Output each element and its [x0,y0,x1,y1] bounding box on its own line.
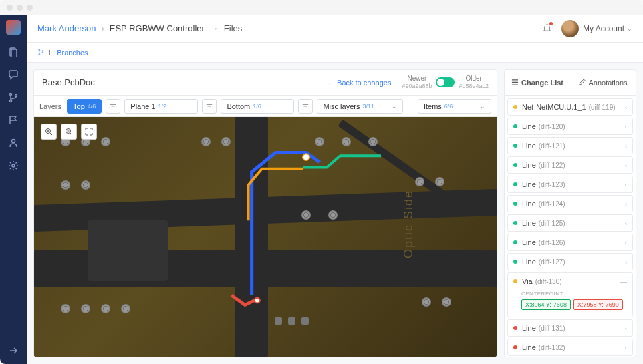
chevron-left-icon: ‹ [625,123,627,130]
chevron-left-icon: ‹ [625,200,627,208]
fullscreen-button[interactable] [81,124,97,140]
change-kind: Line [522,324,536,332]
newer-hash: #90a9a88b [402,83,432,90]
layer-plane[interactable]: Plane 11/2 [124,99,198,114]
status-dot [513,345,517,349]
svg-point-5 [12,140,15,143]
branch-count: 1 [47,49,51,57]
change-id: (diff-122) [539,162,565,169]
change-item[interactable]: Line (diff-126) ‹ [507,234,633,251]
tab-change-list[interactable]: Change List [505,70,570,95]
svg-point-7 [39,49,40,51]
change-kind: Line [522,200,536,208]
flag-icon[interactable] [8,115,19,126]
svg-point-9 [42,50,43,51]
change-id: (diff-131) [539,325,565,332]
close-dot[interactable] [7,5,13,11]
layer-items[interactable]: Items6/6⌄ [418,99,491,114]
notifications-button[interactable] [542,23,552,35]
change-item[interactable]: Line (diff-127) ‹ [507,253,633,270]
layer-top[interactable]: Top4/6 [67,99,102,114]
layer-misc[interactable]: Misc layers3/11⌄ [317,99,402,114]
users-icon[interactable] [8,138,19,148]
chevron-left-icon: ‹ [625,181,627,188]
newer-label: Newer [407,75,426,83]
min-dot[interactable] [17,5,23,11]
svg-rect-1 [11,49,17,57]
svg-point-10 [303,154,309,160]
silkscreen-text: Optic Side [402,190,416,258]
chevron-left-icon: ‹ [625,162,627,169]
status-dot [513,124,517,128]
layers-label: Layers [39,102,61,110]
chevron-down-icon: ⌄ [627,25,632,32]
change-item[interactable]: Line (diff-131) ‹ [507,319,633,337]
status-dot [513,182,517,186]
centerpoint-label: CENTERPOINT [521,291,627,297]
chevron-left-icon: ‹ [625,258,627,266]
status-dot [513,260,517,264]
coord-new: X:8064 Y:-7608 [521,299,571,310]
change-list: Net NetMCU.U.1_1 (diff-119) ‹ Line (diff… [505,96,636,357]
chevron-left-icon: ‹ [625,220,627,227]
chevron-left-icon: ‹ [625,239,627,246]
tab-annotations[interactable]: Annotations [570,70,636,95]
change-item[interactable]: Line (diff-120) ‹ [507,118,633,135]
branch-icon [37,49,45,56]
version-toggle[interactable] [436,77,455,87]
layer-bottom[interactable]: Bottom1/6 [221,99,294,114]
change-id: (diff-124) [539,200,565,208]
svg-point-6 [12,164,15,167]
crumb-user[interactable]: Mark Anderson [37,23,96,33]
zoom-in-button[interactable] [41,124,57,140]
status-dot [513,221,517,225]
change-item-via[interactable]: Via (diff-130) — CENTERPOINT X:8064 Y:-7… [507,272,633,317]
branches-link[interactable]: Branches [57,49,88,57]
zoom-out-button[interactable] [61,124,77,140]
branch-bar: 1 Branches [27,43,643,63]
topbar: Mark Anderson › ESP RGBWW Controller → F… [27,15,643,43]
status-dot [513,240,517,244]
change-item[interactable]: Line (diff-124) ‹ [507,195,633,212]
left-sidebar [0,15,27,364]
pcb-canvas[interactable]: Optic Side [34,117,497,357]
arrow-right-icon: → [210,23,219,33]
back-to-changes[interactable]: Back to changes [328,79,391,87]
change-item[interactable]: Line (diff-122) ‹ [507,156,633,174]
branch-icon[interactable] [8,92,19,103]
svg-point-2 [10,94,12,96]
change-id: (diff-130) [535,278,562,285]
gear-icon[interactable] [8,160,19,171]
change-item[interactable]: Net NetMCU.U.1_1 (diff-119) ‹ [507,98,633,116]
crumb-project[interactable]: ESP RGBWW Controller [110,23,205,33]
change-kind: Net [522,103,533,111]
account-menu[interactable]: My Account ⌄ [561,20,632,37]
change-item[interactable]: Line (diff-125) ‹ [507,214,633,232]
status-dot [513,105,517,109]
change-id: (diff-120) [539,123,565,130]
status-dot [513,144,517,148]
filter-bottom[interactable] [298,99,313,114]
files-icon[interactable] [8,47,19,57]
filter-plane[interactable] [202,99,217,114]
change-id: (diff-121) [539,142,565,150]
max-dot[interactable] [27,5,33,11]
notification-badge [549,22,553,25]
chat-icon[interactable] [8,69,19,80]
change-kind: Line [522,180,536,188]
change-item[interactable]: Line (diff-121) ‹ [507,137,633,154]
svg-point-11 [255,298,260,303]
layer-bar: Layers Top4/6 Plane 11/2 Bottom1/6 Misc … [34,96,497,117]
change-item[interactable]: Line (diff-123) ‹ [507,176,633,193]
change-item[interactable]: Line (diff-132) ‹ [507,339,633,356]
crumb-section: Files [224,23,242,33]
filter-top[interactable] [106,99,120,114]
doc-name: Base.PcbDoc [42,77,95,87]
change-kind: Line [522,238,536,246]
status-dot [513,279,517,283]
svg-point-4 [15,95,17,97]
breadcrumb: Mark Anderson › ESP RGBWW Controller → F… [37,23,242,33]
collapse-icon[interactable] [8,345,19,356]
change-kind: Via [522,277,533,285]
app-logo[interactable] [6,20,21,35]
